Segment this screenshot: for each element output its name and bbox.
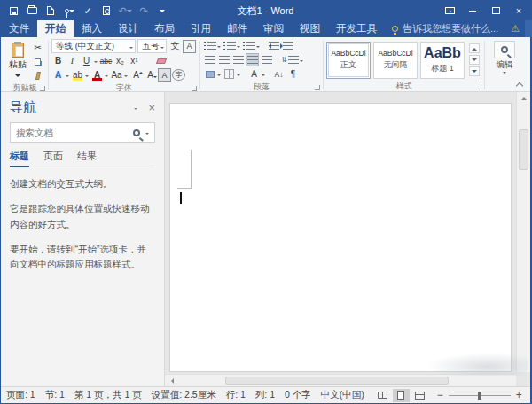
show-marks-icon[interactable]: ¶: [286, 67, 300, 81]
nav-close-icon[interactable]: ×: [148, 102, 155, 113]
status-setting[interactable]: 设置值: 2.5厘米: [152, 389, 216, 401]
status-word-count[interactable]: 0 个字: [285, 389, 311, 401]
print-preview-icon[interactable]: [100, 4, 113, 17]
maximize-button[interactable]: [484, 1, 507, 20]
nav-options-caret-icon[interactable]: [134, 108, 137, 112]
status-line[interactable]: 行: 1: [226, 389, 246, 401]
tab-layout[interactable]: 布局: [146, 20, 183, 37]
status-column[interactable]: 列: 1: [255, 389, 275, 401]
spelling-check-icon[interactable]: ✓: [82, 4, 94, 17]
tell-me-box[interactable]: 告诉我您想要做什么...: [385, 20, 505, 37]
document-page[interactable]: [169, 103, 512, 372]
decrease-indent-icon[interactable]: [267, 39, 280, 52]
tab-insert[interactable]: 插入: [74, 20, 110, 37]
nav-tab-headings[interactable]: 标题: [10, 150, 29, 167]
horizontal-scrollbar[interactable]: [165, 374, 516, 386]
text-highlight-button[interactable]: ab: [71, 68, 84, 82]
format-painter-icon[interactable]: [31, 69, 44, 82]
change-case-button[interactable]: Aa: [110, 68, 123, 82]
character-shading-button[interactable]: A: [158, 68, 171, 82]
paragraph-dialog-launcher-icon[interactable]: [315, 85, 320, 90]
read-mode-icon[interactable]: [374, 389, 391, 402]
scroll-up-icon[interactable]: [517, 92, 530, 105]
increase-indent-icon[interactable]: [281, 39, 294, 52]
borders-icon[interactable]: [223, 67, 236, 81]
paste-button[interactable]: 粘贴: [4, 39, 31, 82]
customize-qat-icon[interactable]: [156, 4, 168, 17]
zoom-slider[interactable]: [449, 395, 511, 396]
styles-scroll-up-icon[interactable]: [469, 43, 480, 53]
status-page-count[interactable]: 第 1 页，共 1 页: [74, 389, 142, 401]
align-right-icon[interactable]: [231, 53, 245, 66]
find-button[interactable]: [494, 41, 515, 58]
asian-layout-icon[interactable]: A: [247, 67, 261, 81]
sort-icon[interactable]: A↓: [272, 67, 286, 81]
cut-icon[interactable]: ✂: [31, 41, 44, 54]
scroll-left-icon[interactable]: [165, 378, 177, 384]
justify-icon[interactable]: [246, 53, 259, 66]
nav-search-icon[interactable]: [133, 129, 140, 136]
horizontal-scroll-thumb[interactable]: [225, 377, 449, 385]
bullets-icon[interactable]: [203, 39, 216, 52]
editing-caret-icon[interactable]: [503, 72, 506, 75]
font-dialog-launcher-icon[interactable]: [192, 86, 197, 91]
clipboard-dialog-launcher-icon[interactable]: [40, 86, 45, 91]
style-no-spacing[interactable]: AaBbCcDi 无间隔: [373, 42, 418, 79]
open-icon[interactable]: [26, 4, 38, 17]
style-heading1[interactable]: AaBb 标题 1: [420, 42, 465, 79]
tab-design[interactable]: 设计: [110, 20, 146, 37]
phonetic-guide-icon[interactable]: 文: [168, 40, 182, 53]
styles-dialog-launcher-icon[interactable]: [476, 84, 481, 89]
share-button[interactable]: 共享: [525, 20, 532, 37]
nav-search-input[interactable]: [16, 128, 133, 138]
tab-file[interactable]: 文件: [1, 20, 37, 37]
font-size-combo[interactable]: 五号: [137, 39, 167, 53]
text-effects-button[interactable]: A: [51, 68, 65, 82]
distribute-icon[interactable]: [260, 53, 273, 66]
touch-mode-icon[interactable]: [63, 4, 75, 17]
zoom-percentage[interactable]: 100%: [528, 390, 532, 400]
underline-caret-icon[interactable]: [94, 61, 98, 65]
tab-home[interactable]: 开始: [37, 20, 74, 37]
zoom-slider-thumb[interactable]: [478, 392, 481, 400]
web-layout-icon[interactable]: [411, 389, 428, 402]
styles-scroll-down-icon[interactable]: [469, 55, 480, 65]
font-color-button[interactable]: A: [90, 68, 104, 82]
nav-search-caret-icon[interactable]: [145, 133, 149, 136]
italic-button[interactable]: I: [66, 54, 79, 67]
multilevel-list-icon[interactable]: [242, 39, 255, 52]
tab-references[interactable]: 引用: [183, 20, 219, 37]
warning-icon[interactable]: ⚠: [505, 20, 525, 37]
zoom-in-icon[interactable]: +: [516, 389, 522, 401]
subscript-button[interactable]: x₂: [113, 54, 127, 67]
status-page[interactable]: 页面: 1: [6, 389, 35, 401]
close-button[interactable]: ×: [507, 1, 530, 20]
minimize-button[interactable]: [461, 1, 484, 20]
superscript-button[interactable]: x¹: [128, 54, 141, 67]
underline-button[interactable]: U: [80, 54, 93, 67]
styles-more-icon[interactable]: [469, 66, 480, 76]
ribbon-display-options-icon[interactable]: [438, 1, 461, 20]
undo-icon[interactable]: ↶: [119, 4, 131, 17]
font-name-combo[interactable]: 等线 (中文正文): [51, 39, 136, 53]
save-icon[interactable]: [7, 4, 20, 17]
nav-tab-pages[interactable]: 页面: [43, 150, 63, 163]
shrink-font-button[interactable]: A: [144, 68, 157, 82]
clear-formatting-icon[interactable]: [154, 54, 168, 67]
vertical-scrollbar[interactable]: [516, 92, 530, 372]
align-left-icon[interactable]: [203, 53, 216, 66]
status-section[interactable]: 节: 1: [45, 389, 65, 401]
copy-icon[interactable]: [31, 55, 44, 68]
tab-mailings[interactable]: 邮件: [219, 20, 255, 37]
line-spacing-icon[interactable]: ⇅: [281, 53, 299, 66]
nav-tab-results[interactable]: 结果: [77, 150, 97, 163]
tab-developer[interactable]: 开发工具: [328, 20, 385, 37]
numbering-icon[interactable]: [223, 39, 236, 52]
vertical-scroll-thumb[interactable]: [519, 129, 528, 170]
style-normal[interactable]: AaBbCcDi 正文: [326, 42, 371, 79]
new-document-icon[interactable]: [44, 4, 57, 17]
grow-font-button[interactable]: A: [129, 68, 143, 82]
strikethrough-button[interactable]: abc: [99, 54, 113, 67]
redo-icon[interactable]: ↷: [137, 4, 150, 17]
enclose-character-button[interactable]: 字: [172, 69, 185, 81]
